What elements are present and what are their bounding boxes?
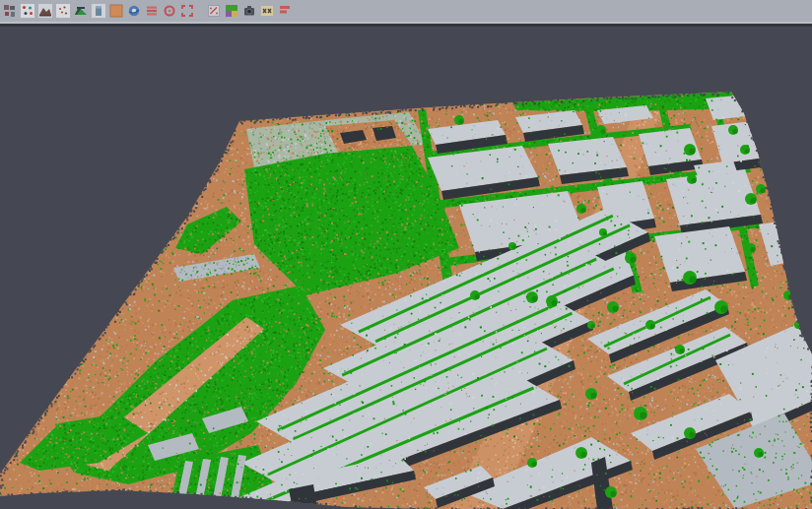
- tool-tin-button[interactable]: [73, 2, 90, 20]
- terrain-icon: [38, 4, 52, 18]
- matrix-icon: [260, 4, 274, 18]
- tool-matrix-button[interactable]: [259, 2, 276, 20]
- tool-globe-button[interactable]: [126, 2, 143, 20]
- target-icon: [163, 4, 176, 18]
- tool-dataset-button[interactable]: [2, 2, 19, 20]
- classify-icon: [225, 4, 238, 18]
- globe-icon: [127, 4, 141, 18]
- measure-icon: [278, 4, 292, 18]
- points-icon: [56, 4, 70, 18]
- tool-target-button[interactable]: [162, 2, 178, 20]
- tool-classify-button[interactable]: [224, 2, 240, 20]
- ortho-icon: [109, 4, 123, 18]
- layers-icon: [145, 4, 159, 18]
- profile-icon: [92, 4, 105, 18]
- tool-extent-button[interactable]: [179, 2, 196, 20]
- tool-scatter-button[interactable]: [20, 2, 36, 20]
- tool-clip-button[interactable]: [206, 2, 223, 20]
- app-window: { "app": { "toolbar": { "background": "#…: [0, 0, 812, 509]
- camera-icon: [242, 4, 256, 18]
- 3d-viewport[interactable]: [0, 0, 812, 509]
- clip-icon: [207, 4, 221, 18]
- scatter-icon: [21, 4, 34, 18]
- tool-ortho-button[interactable]: [108, 2, 125, 20]
- tin-icon: [74, 4, 88, 18]
- tool-measure-button[interactable]: [277, 2, 294, 20]
- toolbar-separator: [196, 2, 205, 20]
- main-toolbar: [0, 0, 812, 24]
- dataset-icon: [3, 4, 17, 18]
- tool-layers-button[interactable]: [144, 2, 161, 20]
- tool-terrain-button[interactable]: [37, 2, 54, 20]
- tool-points-button[interactable]: [55, 2, 72, 20]
- tool-camera-button[interactable]: [241, 2, 258, 20]
- tool-profile-button[interactable]: [91, 2, 107, 20]
- extent-icon: [180, 4, 194, 18]
